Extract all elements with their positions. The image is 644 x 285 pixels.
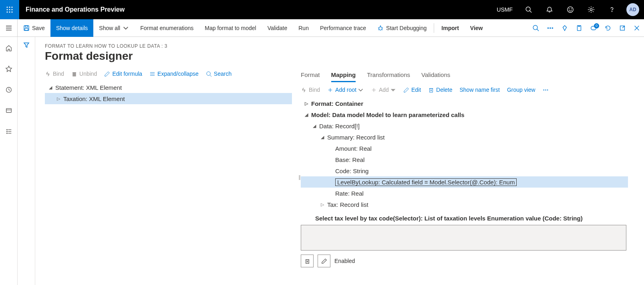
tab-format[interactable]: Format: [301, 69, 320, 82]
svg-line-25: [382, 28, 383, 28]
performance-trace-button[interactable]: Performance trace: [314, 19, 372, 37]
group-view-button[interactable]: Group view: [507, 87, 535, 93]
tab-validations[interactable]: Validations: [421, 69, 450, 82]
expand-collapse-button[interactable]: Expand/collapse: [149, 71, 199, 77]
svg-point-65: [545, 89, 546, 90]
expand-icon[interactable]: ▷: [55, 96, 62, 101]
map-format-to-model-button[interactable]: Map format to model: [199, 19, 262, 37]
svg-rect-47: [73, 72, 76, 76]
app-launcher[interactable]: [0, 0, 19, 19]
search-icon[interactable]: [522, 3, 535, 16]
edit-button[interactable]: Edit: [403, 87, 421, 93]
tree-row-format-container[interactable]: ▷ Format: Container: [301, 98, 628, 109]
collapse-icon[interactable]: ◢: [303, 112, 310, 117]
save-button[interactable]: Save: [18, 19, 50, 37]
format-enumerations-button[interactable]: Format enumerations: [135, 19, 199, 37]
run-button[interactable]: Run: [293, 19, 314, 37]
more-options-icon[interactable]: [543, 87, 549, 93]
home-icon[interactable]: [2, 42, 15, 55]
command-bar: Save Show details Show all Format enumer…: [0, 19, 644, 37]
attach-icon[interactable]: [572, 19, 586, 37]
popout-icon[interactable]: [615, 19, 630, 37]
view-button[interactable]: View: [465, 19, 489, 37]
search-command-icon[interactable]: [529, 19, 543, 37]
workspace-icon[interactable]: [2, 104, 15, 117]
delete-button[interactable]: Delete: [428, 87, 452, 93]
edit-formula-button[interactable]: Edit formula: [104, 71, 142, 77]
expand-icon[interactable]: ▷: [303, 101, 310, 106]
svg-point-9: [526, 7, 530, 11]
tab-transformations[interactable]: Transformations: [367, 69, 410, 82]
clock-icon[interactable]: [2, 83, 15, 96]
svg-point-31: [550, 27, 551, 28]
search-button-left[interactable]: Search: [206, 71, 231, 77]
svg-point-12: [569, 9, 570, 9]
expand-icon[interactable]: ▷: [319, 202, 326, 207]
tree-label: Statement: XML Element: [55, 84, 122, 91]
add-root-button[interactable]: Add root: [327, 87, 364, 93]
show-details-button[interactable]: Show details: [50, 19, 93, 37]
help-icon[interactable]: [606, 3, 618, 16]
svg-line-26: [378, 29, 379, 30]
tree-row-tax[interactable]: ▷ Tax: Record list: [301, 199, 628, 210]
hamburger-menu[interactable]: [0, 19, 18, 37]
tab-mapping[interactable]: Mapping: [331, 69, 356, 82]
svg-point-14: [590, 8, 592, 10]
refresh-icon[interactable]: [601, 19, 615, 37]
gear-icon[interactable]: [585, 3, 598, 16]
bell-icon[interactable]: [543, 3, 556, 16]
svg-point-1: [9, 6, 10, 8]
left-rail: [0, 37, 18, 285]
svg-point-8: [11, 11, 12, 12]
refresh-pill-icon[interactable]: 0: [586, 19, 601, 37]
show-name-first-button[interactable]: Show name first: [460, 87, 500, 93]
tree-row-code[interactable]: Code: String: [301, 165, 628, 176]
svg-line-29: [537, 29, 539, 31]
tree-row-model[interactable]: ◢ Model: Data model Model to learn param…: [301, 109, 628, 120]
tree-row-amount[interactable]: Amount: Real: [301, 143, 628, 154]
edit-formula-mini-button[interactable]: [318, 255, 330, 267]
import-button[interactable]: Import: [436, 19, 465, 37]
separator: [434, 23, 434, 33]
validate-button[interactable]: Validate: [262, 19, 293, 37]
tree-row-statement[interactable]: ◢ Statement: XML Element: [45, 82, 292, 93]
svg-point-28: [533, 25, 537, 30]
filter-icon[interactable]: [23, 42, 30, 285]
collapse-icon[interactable]: ◢: [311, 123, 318, 129]
start-debugging-button[interactable]: Start Debugging: [372, 19, 432, 37]
add-button: Add: [371, 87, 396, 93]
tree-row-taxation[interactable]: ▷ Taxation: XML Element: [45, 93, 292, 104]
diamond-icon[interactable]: [557, 19, 572, 37]
selector-description: Select tax level by tax code(Selector): …: [315, 215, 628, 222]
svg-rect-21: [25, 28, 28, 30]
tree-row-summary[interactable]: ◢ Summary: Record list: [301, 131, 628, 143]
svg-rect-33: [578, 25, 581, 30]
formula-textarea[interactable]: [301, 225, 626, 251]
svg-point-41: [6, 129, 7, 130]
more-icon[interactable]: [543, 19, 557, 37]
star-icon[interactable]: [2, 63, 15, 75]
modules-icon[interactable]: [2, 125, 15, 138]
tree-row-levelbylookup[interactable]: LevelByLookup: Calculated field = Model.…: [301, 176, 628, 188]
svg-point-32: [552, 27, 553, 28]
save-label: Save: [32, 25, 45, 31]
collapse-icon[interactable]: ◢: [319, 135, 326, 140]
avatar[interactable]: AD: [626, 3, 639, 16]
breadcrumb: FORMAT TO LEARN HOW TO LOOKUP LE DATA : …: [45, 43, 634, 49]
format-tree: ◢ Statement: XML Element ▷ Taxation: XML…: [45, 82, 292, 104]
tree-row-data-record[interactable]: ◢ Data: Record[!]: [301, 120, 628, 131]
bind-button-left: Bind: [45, 71, 64, 77]
tree-row-base[interactable]: Base: Real: [301, 154, 628, 165]
close-icon[interactable]: [630, 19, 644, 37]
delete-formula-button[interactable]: [301, 255, 314, 267]
show-all-button[interactable]: Show all: [93, 19, 135, 37]
collapse-icon[interactable]: ◢: [47, 85, 54, 90]
page-title: Format designer: [45, 50, 634, 63]
svg-point-22: [379, 27, 382, 30]
svg-line-55: [210, 75, 211, 77]
tree-row-rate[interactable]: Rate: Real: [301, 188, 628, 199]
smile-icon[interactable]: [564, 3, 577, 16]
top-bar: Finance and Operations Preview USMF AD: [0, 0, 644, 19]
company-code[interactable]: USMF: [497, 6, 513, 13]
show-details-label: Show details: [56, 25, 88, 31]
